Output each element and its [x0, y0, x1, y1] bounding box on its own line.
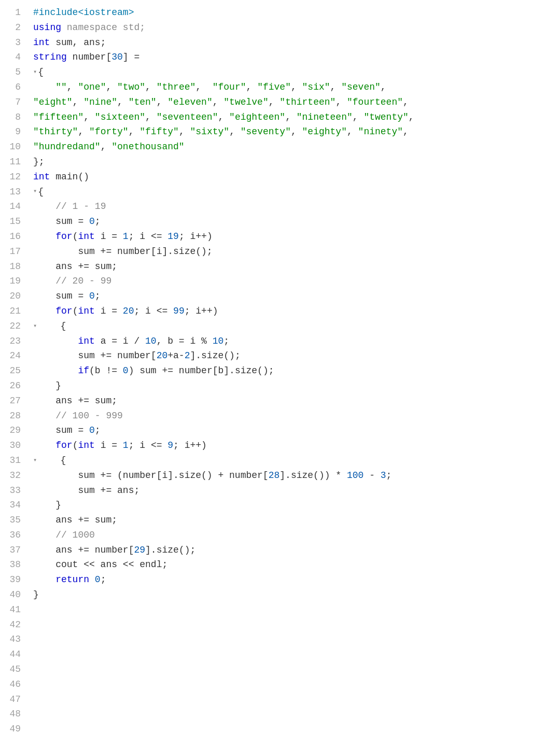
line-number: 15 — [6, 214, 21, 229]
code-token — [33, 304, 55, 319]
code-token: 1 — [123, 229, 129, 244]
line-number: 3 — [6, 35, 21, 50]
line-number: 49 — [6, 722, 21, 737]
code-token: ; — [101, 572, 106, 587]
code-line: // 100 - 999 — [33, 408, 552, 424]
code-token — [89, 572, 95, 587]
line-number: 1 — [6, 5, 21, 20]
code-line: "fifteen", "sixteen", "seventeen", "eigh… — [33, 110, 552, 125]
code-token: { — [38, 319, 66, 334]
code-token: 10 — [145, 334, 157, 349]
code-token: , — [145, 80, 157, 95]
code-token: , — [409, 110, 414, 125]
code-token: int — [78, 334, 94, 349]
code-token: namespace std; — [61, 20, 145, 35]
fold-arrow-icon[interactable]: ▾ — [33, 187, 37, 196]
line-number: 6 — [6, 80, 21, 95]
fold-arrow-icon[interactable]: ▾ — [33, 456, 37, 466]
code-token: ans += sum; — [33, 259, 117, 274]
code-token: , — [213, 95, 224, 110]
code-token: { — [38, 185, 44, 200]
code-token: ; — [223, 334, 229, 349]
code-line: } — [33, 587, 552, 602]
code-token: "seventeen" — [157, 110, 218, 125]
code-token: ; i <= — [129, 229, 168, 244]
code-line: // 20 - 99 — [33, 274, 552, 289]
line-number: 44 — [6, 647, 21, 662]
line-number: 38 — [6, 557, 21, 572]
line-number: 4 — [6, 50, 21, 65]
code-token: "six" — [302, 80, 330, 95]
code-token: 99 — [173, 304, 185, 319]
code-line: sum += number[20+a-2].size(); — [33, 348, 552, 363]
code-token: sum += number[ — [33, 348, 157, 363]
code-token: , — [106, 80, 117, 95]
code-token: } — [33, 587, 39, 602]
code-line: sum += number[i].size(); — [33, 244, 552, 259]
code-token — [33, 334, 78, 349]
code-token: "nine" — [83, 95, 117, 110]
code-line: int sum, ans; — [33, 35, 552, 50]
code-token: , — [229, 124, 241, 139]
code-token: ].size(); — [145, 543, 195, 558]
line-number: 26 — [6, 378, 21, 393]
line-number: 46 — [6, 677, 21, 692]
code-token: // 1000 — [55, 528, 95, 543]
code-line: using namespace std; — [33, 20, 552, 35]
code-token: , — [381, 80, 386, 95]
code-token: ; — [95, 214, 101, 229]
code-token: "fourteen" — [347, 95, 403, 110]
code-token — [33, 274, 55, 289]
code-token: cout << ans << endl; — [33, 557, 167, 572]
code-token — [33, 199, 55, 214]
code-line: "hundredand", "onethousand" — [33, 139, 552, 154]
code-token: sum = — [33, 289, 89, 304]
line-number: 18 — [6, 259, 21, 274]
code-line: ans += sum; — [33, 513, 552, 528]
code-token: sum += number[i].size(); — [33, 244, 213, 259]
code-token — [33, 229, 55, 244]
code-token: , — [347, 124, 358, 139]
code-token: , — [353, 110, 364, 125]
code-token: sum += ans; — [33, 483, 139, 498]
code-token: ans += sum; — [33, 513, 117, 528]
code-token: ( — [73, 438, 78, 453]
code-token: , — [269, 95, 280, 110]
code-token: "ten" — [129, 95, 157, 110]
code-token: 20 — [157, 348, 168, 363]
code-token: "fifty" — [139, 124, 179, 139]
code-line: // 1 - 19 — [33, 199, 552, 214]
code-token: - — [363, 468, 380, 483]
code-token: "two" — [117, 80, 145, 95]
code-line: }; — [33, 154, 552, 170]
code-token: 30 — [111, 50, 123, 65]
code-line: int a = i / 10, b = i % 10; — [33, 334, 552, 349]
code-token: , — [78, 124, 89, 139]
code-token: , — [101, 139, 112, 154]
code-token: ; i++) — [185, 304, 218, 319]
code-token: // 100 - 999 — [55, 408, 123, 424]
line-number: 12 — [6, 170, 21, 185]
code-token: ; i <= — [134, 304, 173, 319]
fold-arrow-icon[interactable]: ▾ — [33, 321, 37, 331]
code-token: , — [403, 124, 409, 139]
fold-arrow-icon[interactable]: ▾ — [33, 67, 37, 77]
code-line: // 1000 — [33, 528, 552, 543]
code-token: number[ — [67, 50, 111, 65]
code-token: 0 — [123, 363, 129, 378]
code-token: , b = i % — [157, 334, 213, 349]
code-token: "four" — [213, 80, 246, 95]
code-token: "" — [55, 80, 67, 95]
code-token: ; — [95, 289, 101, 304]
code-line: sum = 0; — [33, 214, 552, 229]
code-token: ans += sum; — [33, 393, 117, 408]
line-number: 33 — [6, 483, 21, 498]
line-number: 31 — [6, 453, 21, 468]
line-number: 13 — [6, 185, 21, 200]
code-token: 2 — [185, 348, 190, 363]
code-line: for(int i = 1; i <= 19; i++) — [33, 229, 552, 244]
line-number: 16 — [6, 229, 21, 244]
code-token: int — [78, 438, 94, 453]
code-line: sum = 0; — [33, 423, 552, 438]
code-token: 0 — [89, 289, 95, 304]
